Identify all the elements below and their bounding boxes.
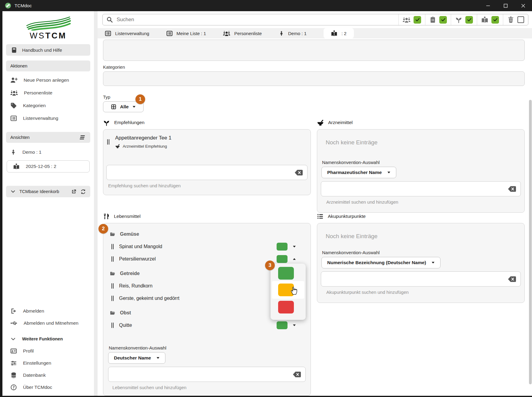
mortar-icon [115, 144, 120, 149]
book-person-icon [481, 16, 488, 23]
sidebar-item-ueber-tcmdoc[interactable]: Über TCMdoc [2, 381, 94, 393]
tab-listenverwaltung[interactable]: Listenverwaltung [105, 28, 149, 38]
arzneimittel-search-input[interactable] [325, 186, 508, 192]
typ-filter-button[interactable]: Alle 1 [103, 101, 144, 112]
tab-view-2-active[interactable]: : 2 [324, 28, 354, 38]
sidebar-item-label: Datenbank [23, 372, 46, 378]
wstcm-logo: WSTCM [2, 16, 94, 41]
checkbox-checked [465, 16, 473, 24]
window-left-edge [0, 11, 2, 396]
sidebar-item-abmelden-mitnehmen[interactable]: Abmelden und Mitnehmen [2, 317, 94, 329]
maximize-button[interactable] [497, 0, 514, 11]
sort-icon[interactable] [79, 134, 86, 141]
drag-handle-icon[interactable] [107, 139, 110, 145]
checkbox-checked [491, 16, 499, 24]
notes-field[interactable] [103, 40, 525, 61]
status-color-dropdown[interactable] [277, 321, 296, 329]
refresh-icon[interactable] [80, 189, 86, 195]
filter-persons-toggle[interactable] [398, 14, 425, 25]
lebensmittel-convention-dropdown[interactable]: Deutscher Name [108, 352, 165, 364]
arzneimittel-convention-dropdown[interactable]: Pharmazeutischer Name [321, 167, 396, 178]
window-bottom-edge [0, 396, 532, 397]
minimize-button[interactable] [479, 0, 497, 11]
checkbox-unchecked [517, 16, 524, 23]
akupunkturpunkt-search-input[interactable] [325, 276, 508, 282]
check-icon [441, 17, 446, 22]
external-link-icon[interactable] [71, 189, 77, 195]
drag-handle-icon[interactable] [111, 256, 114, 262]
sidebar-view-demo[interactable]: Demo : 1 [2, 146, 94, 159]
clear-input-icon[interactable] [294, 169, 303, 176]
sidebar-item-neue-person[interactable]: Neue Person anlegen [2, 74, 94, 87]
group-label: Getreide [120, 271, 140, 276]
color-option-red[interactable] [278, 301, 294, 313]
food-item-label: Petersilienwurzel [119, 256, 156, 262]
section-lebensmittel: Lebensmittel 2 Gemüse Spinat und Mangold [103, 213, 311, 396]
sidebar-item-personenliste[interactable]: Personenliste [2, 87, 94, 99]
tab-label: Demo : 1 [288, 31, 307, 36]
close-icon [521, 4, 525, 8]
sidebar-item-kategorien[interactable]: Kategorien [2, 99, 94, 112]
filter-views-toggle[interactable] [477, 14, 503, 25]
drag-handle-icon[interactable] [111, 322, 114, 329]
close-button[interactable] [514, 0, 532, 11]
ideenkorb-expander[interactable]: TCMbase Ideenkorb [6, 186, 90, 197]
color-option-green[interactable] [278, 267, 294, 280]
ideenkorb-label: TCMbase Ideenkorb [19, 189, 67, 194]
drag-handle-icon[interactable] [111, 243, 114, 250]
convention-label: Namenskonvention-Auswahl [322, 250, 521, 255]
main-panel: Listenverwaltung Meine Liste : 1 Persone… [98, 11, 532, 396]
akupunkturpunkte-convention-dropdown[interactable]: Numerische Bezeichnung (Deutscher Name) [321, 257, 441, 268]
list-card-icon [10, 115, 17, 122]
hand-cursor-icon [289, 285, 298, 295]
person-icon [279, 30, 284, 37]
status-color-dropdown[interactable] [277, 243, 296, 251]
tab-demo[interactable]: Demo : 1 [279, 28, 307, 38]
clear-input-icon[interactable] [293, 371, 301, 378]
sidebar-item-datenbank[interactable]: Datenbank [2, 369, 94, 381]
search-input[interactable] [116, 16, 398, 23]
sidebar-view-selected[interactable]: 2025-12-05 : 2 [7, 160, 90, 172]
status-color-dropdown-open[interactable] [277, 255, 296, 263]
sidebar-main-divider [94, 11, 98, 396]
sidebar-item-label: Weitere Funktionen [22, 336, 63, 341]
sidebar-item-abmelden[interactable]: Abmelden [2, 305, 94, 317]
sidebar-item-einstellungen[interactable]: Einstellungen [2, 357, 94, 369]
sidebar-item-profil[interactable]: Profil [2, 345, 94, 357]
sidebar-item-weitere-funktionen[interactable]: Weitere Funktionen [2, 333, 94, 345]
akupunkturpunkt-hint: Akupunkturpunkt suchen und hinzufügen [326, 290, 518, 295]
arzneimittel-search-field [321, 181, 521, 196]
caret-down-icon [387, 171, 391, 174]
empfehlung-search-input[interactable] [111, 169, 294, 176]
sidebar-item-listenverwaltung[interactable]: Listenverwaltung [2, 112, 94, 125]
grid-icon [111, 104, 116, 110]
wstcm-logo-text: WSTCM [2, 31, 94, 41]
list-card-icon [105, 30, 111, 37]
sidebar-item-handbuch[interactable]: Handbuch und Hilfe [6, 44, 90, 56]
filter-trash-toggle[interactable] [503, 14, 528, 25]
sidebar-item-label: Personenliste [24, 90, 52, 96]
clear-input-icon[interactable] [508, 276, 516, 282]
typ-label: Typ [103, 94, 525, 100]
food-group-gemuese[interactable]: Gemüse [108, 228, 306, 240]
clear-input-icon[interactable] [508, 186, 516, 192]
drag-handle-icon[interactable] [111, 295, 114, 302]
people-group-icon [403, 16, 411, 23]
maximize-icon [504, 4, 508, 8]
section-empfehlungen: Empfehlungen Appetitanregender Tee 1 Arz… [103, 119, 311, 195]
tab-personenliste[interactable]: Personenliste [223, 28, 262, 38]
filter-lists-toggle[interactable] [425, 14, 451, 25]
drag-handle-icon[interactable] [111, 283, 114, 289]
status-swatch [277, 243, 288, 251]
lebensmittel-search-input[interactable] [113, 371, 293, 377]
kategorien-field[interactable] [103, 71, 525, 86]
tab-meine-liste[interactable]: Meine Liste : 1 [166, 28, 206, 38]
id-card-icon [10, 348, 17, 354]
view-label: 2025-12-05 : 2 [26, 164, 56, 169]
filter-recommendations-toggle[interactable] [451, 14, 477, 25]
mortar-icon [317, 119, 324, 126]
sidebar-item-label: Über TCMdoc [23, 385, 52, 390]
vertical-scrollbar[interactable] [529, 100, 532, 384]
food-item-label: Quitte [119, 323, 132, 328]
tab-label: Personenliste [234, 31, 262, 36]
